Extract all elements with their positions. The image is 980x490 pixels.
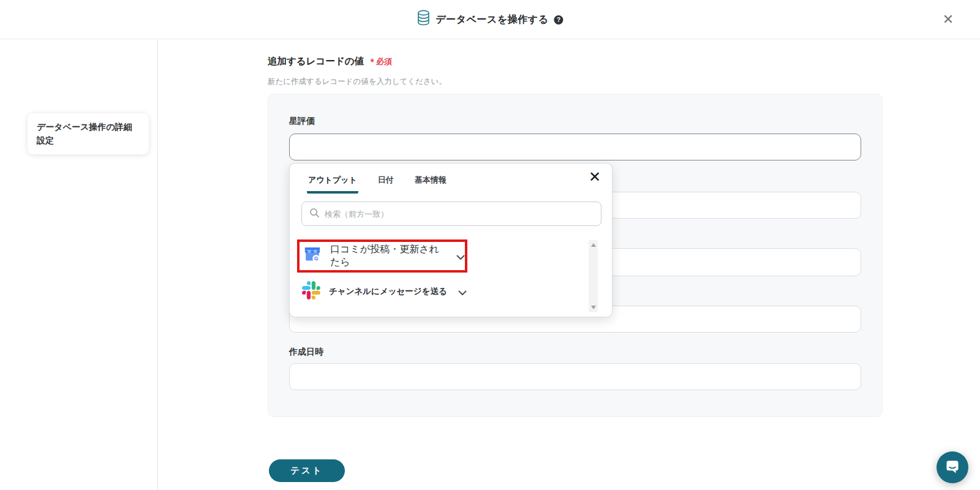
scroll-down-icon[interactable] <box>591 306 596 309</box>
created-at-input[interactable] <box>289 363 861 390</box>
tab-basic-info[interactable]: 基本情報 <box>413 171 448 194</box>
section-title: 追加するレコードの値＊必須 <box>268 55 392 68</box>
chevron-down-icon[interactable] <box>456 252 465 263</box>
search-icon <box>309 208 320 221</box>
output-picker-popup: アウトプット 日付 基本情報 ✕ G 口コミが投稿・更 <box>289 163 612 317</box>
scroll-up-icon[interactable] <box>591 243 596 247</box>
svg-text:G: G <box>314 255 318 262</box>
database-icon <box>417 10 430 29</box>
field-label-created-at: 作成日時 <box>289 347 323 358</box>
required-badge: ＊必須 <box>368 57 392 66</box>
chevron-down-icon[interactable] <box>458 287 467 298</box>
google-business-profile-icon: G <box>303 246 322 266</box>
popup-scrollbar[interactable] <box>589 240 598 312</box>
help-icon[interactable]: ? <box>554 15 564 24</box>
page-title: データベースを操作する <box>435 13 548 26</box>
list-item-label: チャンネルにメッセージを送る <box>329 286 447 297</box>
sidebar-item-step2[interactable]: データベース操作の詳細設定 <box>28 113 149 154</box>
chat-bubble-icon <box>944 459 960 477</box>
list-item-google-review-trigger[interactable]: G 口コミが投稿・更新されたら <box>297 239 467 273</box>
test-button[interactable]: テスト <box>269 459 345 482</box>
list-item-label: 口コミが投稿・更新されたら <box>330 243 445 269</box>
search-box <box>301 202 601 226</box>
tab-date[interactable]: 日付 <box>377 171 395 194</box>
section-description: 新たに作成するレコードの値を入力してください。 <box>268 77 447 87</box>
slack-icon <box>302 281 320 302</box>
list-item-slack-message[interactable]: チャンネルにメッセージを送る <box>302 281 467 302</box>
steps-sidebar <box>0 39 158 490</box>
tab-output[interactable]: アウトプット <box>307 171 358 194</box>
close-icon[interactable]: ✕ <box>938 10 958 29</box>
modal-header: データベースを操作する ? ✕ <box>0 0 980 39</box>
field-label-star-rating: 星評価 <box>289 116 315 127</box>
popup-close-icon[interactable]: ✕ <box>589 168 601 186</box>
search-input[interactable] <box>325 209 594 219</box>
star-rating-input[interactable] <box>289 134 861 160</box>
chat-launcher-button[interactable] <box>937 451 968 483</box>
popup-tabs: アウトプット 日付 基本情報 <box>307 171 448 194</box>
